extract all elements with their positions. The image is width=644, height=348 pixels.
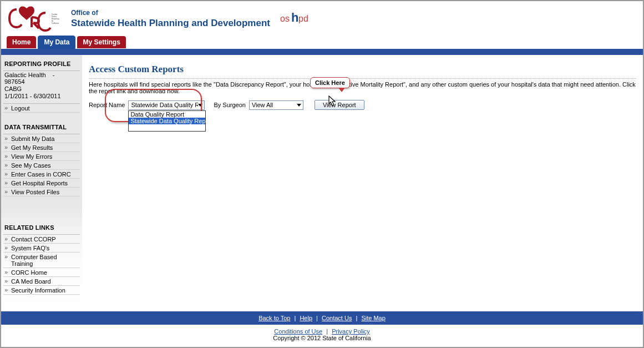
footer-back-to-top[interactable]: Back to Top	[258, 315, 290, 321]
report-dropdown: Data Quality Report Statewide Data Quali…	[128, 110, 206, 132]
intro-text: Here hospitals will find special reports…	[89, 81, 636, 94]
privacy-policy[interactable]: Privacy Policy	[332, 328, 369, 335]
data-transmittal: DATA TRANSMITTAL Submit My Data Get My R…	[3, 124, 80, 196]
report-option-statewide[interactable]: Statewide Data Quality Report	[129, 118, 205, 124]
sidebar: REPORTING PROFILE Galactic Health - 9876…	[1, 55, 82, 310]
reporting-profile-title: REPORTING PROFILE	[4, 60, 80, 67]
footer-help[interactable]: Help	[300, 315, 312, 321]
sidebar-item-errors: View My Errors	[3, 152, 80, 161]
tab-my-settings[interactable]: My Settings	[77, 36, 125, 48]
oshpd-logo: os h pd	[280, 11, 319, 27]
app-header: Cardiac Online Reporting for California …	[1, 1, 643, 34]
sidebar-item-hospital-reports: Get Hospital Reports	[3, 179, 80, 188]
sidebar-item-enter-corc: Enter Cases in CORC	[3, 170, 80, 179]
sidebar-item-submit: Submit My Data	[3, 134, 80, 143]
page-title: Access Custom Reports	[89, 64, 636, 79]
report-option-blank[interactable]	[129, 124, 205, 131]
sidebar-item-security: Security Information	[3, 286, 80, 295]
sidebar-item-faq: System FAQ's	[3, 244, 80, 253]
data-transmittal-title: DATA TRANSMITTAL	[4, 124, 80, 130]
report-name-label: Report Name	[89, 102, 125, 108]
nav-bar	[1, 49, 643, 55]
view-report-button[interactable]: View Report	[315, 100, 364, 110]
logout-link: Logout	[3, 104, 80, 113]
tab-home[interactable]: Home	[7, 36, 36, 48]
conditions-of-use[interactable]: Conditions of Use	[274, 328, 322, 335]
program: CABG	[4, 85, 79, 92]
sidebar-item-results: Get My Results	[3, 143, 80, 152]
sidebar-item-contact: Contact CCORP	[3, 235, 80, 244]
main-content: Access Custom Reports Here hospitals wil…	[82, 55, 643, 310]
reporting-profile: REPORTING PROFILE Galactic Health - 9876…	[3, 60, 80, 113]
sidebar-item-cases: See My Cases	[3, 161, 80, 170]
report-name-select[interactable]: Statewide Data Quality Report Data Quali…	[128, 100, 205, 110]
footer-sitemap[interactable]: Site Map	[361, 315, 385, 321]
header-title: Statewide Health Planning and Developmen…	[71, 18, 270, 29]
footer-contact[interactable]: Contact Us	[322, 315, 352, 321]
corc-logo-icon: Cardiac Online Reporting for California	[7, 5, 62, 33]
corc-logo: Cardiac Online Reporting for California	[7, 5, 68, 33]
reporting-period: 1/1/2011 - 6/30/2011	[4, 93, 79, 99]
sidebar-item-cbt: Computer Based Training	[3, 253, 80, 268]
hospital-name: Galactic Health	[4, 72, 46, 78]
main-tabs: Home My Data My Settings	[1, 36, 643, 49]
related-links-title: RELATED LINKS	[4, 224, 80, 231]
svg-text:pd: pd	[298, 14, 308, 23]
by-surgeon-select[interactable]: View All	[249, 100, 303, 110]
footer-bar: Back to Top | Help | Contact Us | Site M…	[1, 311, 643, 325]
sidebar-item-corc-home: CORC Home	[3, 268, 80, 277]
facility-id: 987654	[4, 78, 25, 85]
footer-legal: Conditions of Use | Privacy Policy Copyr…	[1, 325, 643, 347]
header-office: Office of	[71, 9, 270, 17]
sidebar-item-med-board: CA Med Board	[3, 277, 80, 286]
tab-my-data[interactable]: My Data	[38, 36, 75, 49]
by-surgeon-label: By Surgeon	[214, 102, 245, 108]
header-title-block: Office of Statewide Health Planning and …	[71, 9, 270, 29]
chevron-down-icon	[198, 104, 202, 107]
svg-text:os: os	[280, 14, 290, 23]
svg-text:h: h	[291, 11, 298, 24]
svg-text:California: California	[52, 22, 59, 24]
chevron-down-icon	[297, 104, 301, 107]
filter-row: Report Name Statewide Data Quality Repor…	[89, 100, 636, 110]
report-option-dq[interactable]: Data Quality Report	[129, 111, 205, 118]
sidebar-item-posted-files: View Posted Files	[3, 188, 80, 196]
related-links: RELATED LINKS Contact CCORP System FAQ's…	[3, 224, 80, 295]
click-here-callout: Click Here	[310, 77, 350, 88]
